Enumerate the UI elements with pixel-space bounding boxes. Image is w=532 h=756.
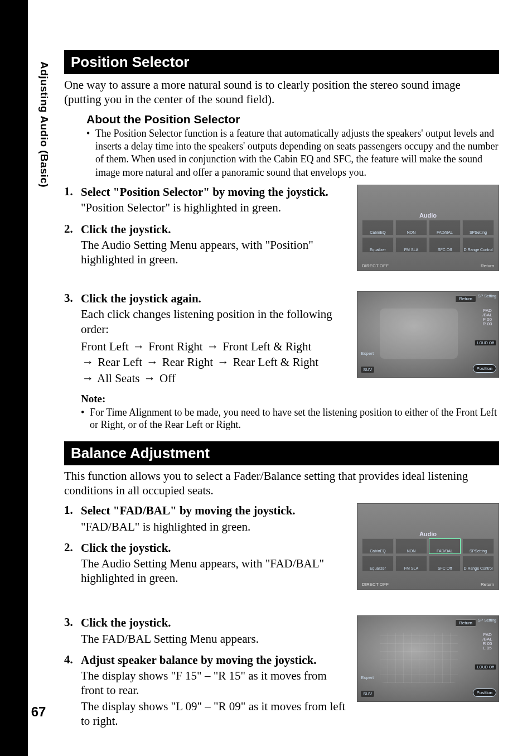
step-number: 2. [64, 222, 81, 267]
audio-menu-screenshot-1: Audio CabinEQ NON FAD/BAL SPSetting Equa… [357, 185, 499, 271]
position-screen-screenshot: Return SP Setting FAD /BALF 00 R 00 LOUD… [357, 291, 499, 378]
step-title: Click the joystick. [81, 615, 351, 630]
balance-adjustment-header: Balance Adjustment [64, 441, 499, 465]
step-desc: The display shows "L 09" – "R 09" as it … [81, 699, 351, 729]
step-desc: The Audio Setting Menu appears, with "Po… [81, 238, 351, 267]
step-title: Click the joystick. [81, 222, 351, 237]
step-number: 3. [64, 291, 81, 386]
step-desc: The FAD/BAL Setting Menu appears. [81, 632, 351, 646]
arrow-icon: → [132, 339, 146, 354]
arrow-icon: → [81, 370, 95, 386]
step-number: 4. [64, 653, 81, 728]
fadbal-screen-screenshot: Return SP Setting FAD /BALR 05 L 05 LOUD… [357, 615, 499, 702]
step-desc: Each click changes listening position in… [81, 307, 351, 336]
arrow-icon: → [81, 354, 95, 370]
step-title: Adjust speaker balance by moving the joy… [81, 653, 351, 667]
step-title: Click the joystick again. [81, 291, 351, 306]
arrow-icon: → [145, 354, 159, 370]
about-position-header: About the Position Selector [86, 113, 499, 126]
arrow-icon: → [216, 354, 230, 370]
arrow-icon: → [143, 370, 157, 386]
arrow-icon: → [206, 339, 220, 354]
note-bullet: • For Time Alignment to be made, you nee… [81, 406, 499, 431]
balance-intro: This function allows you to select a Fad… [64, 469, 499, 498]
step-number: 1. [64, 503, 81, 534]
step-title: Select "Position Selector" by moving the… [81, 185, 351, 199]
step-desc: "Position Selector" is highlighted in gr… [81, 200, 351, 215]
step-title: Click the joystick. [81, 541, 351, 555]
about-bullet: • The Position Selector function is a fe… [86, 127, 499, 180]
left-margin-bar [0, 0, 28, 756]
step-number: 1. [64, 185, 81, 215]
position-sequence: Front Left → Front Right → Front Left & … [81, 339, 351, 386]
position-selector-header: Position Selector [64, 50, 499, 74]
step-number: 2. [64, 541, 81, 586]
step-desc: The Audio Setting Menu appears, with "FA… [81, 556, 351, 586]
audio-menu-screenshot-2: Audio CabinEQ NON FAD/BAL SPSetting Equa… [357, 503, 499, 590]
step-number: 3. [64, 615, 81, 646]
step-title: Select "FAD/BAL" by moving the joystick. [81, 503, 351, 518]
step-desc: The display shows "F 15" – "R 15" as it … [81, 668, 351, 698]
step-desc: "FAD/BAL" is highlighted in green. [81, 519, 351, 534]
note-label: Note: [81, 393, 499, 405]
section-name-vertical: Adjusting Audio (Basic) [28, 61, 50, 187]
position-intro: One way to assure a more natural sound i… [64, 78, 499, 107]
page-number: 67 [28, 704, 49, 720]
